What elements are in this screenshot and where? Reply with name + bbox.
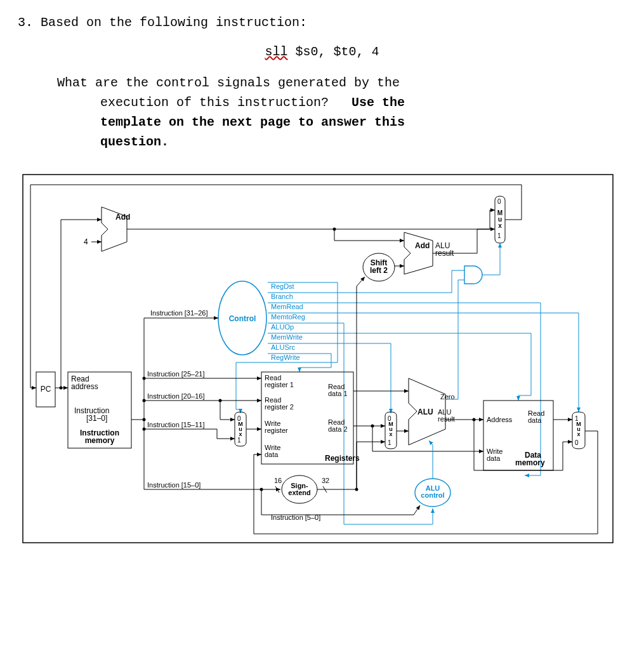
svg-text:Readdata 1: Readdata 1 xyxy=(328,383,348,397)
dmem-address: Address xyxy=(487,416,513,423)
svg-text:Mux: Mux xyxy=(497,209,503,229)
mnemonic-sll: sll xyxy=(265,44,287,59)
cs-memread: MemRead xyxy=(271,303,303,310)
svg-point-6 xyxy=(60,387,63,390)
sign32: 32 xyxy=(322,477,329,484)
pc-label: PC xyxy=(41,385,51,394)
svg-rect-0 xyxy=(23,175,613,543)
field-15-0: Instruction [15–0] xyxy=(147,481,200,489)
field-31-26: Instruction [31–26] xyxy=(150,309,208,317)
shift-left-label: Shiftleft 2 xyxy=(370,258,388,275)
svg-text:Writedata: Writedata xyxy=(487,448,503,462)
cs-alusrc: ALUSrc xyxy=(271,343,295,351)
svg-text:Readregister 1: Readregister 1 xyxy=(265,374,294,388)
instr-31-0: Instruction[31–0] xyxy=(74,406,109,423)
instr-mem-label: Instructionmemory xyxy=(80,428,119,445)
field-20-16: Instruction [20–16] xyxy=(147,392,205,400)
svg-text:Mux: Mux xyxy=(388,421,393,437)
svg-line-104 xyxy=(414,505,420,515)
memtoreg-mux-0: 0 xyxy=(575,439,579,446)
para-line1: What are the control signals generated b… xyxy=(57,76,400,90)
para-line2: execution of this instruction? xyxy=(100,95,329,110)
svg-text:ALUcontrol: ALUcontrol xyxy=(421,484,444,499)
question-paragraph: What are the control signals generated b… xyxy=(57,73,607,152)
control-label: Control xyxy=(229,314,256,323)
field-15-11: Instruction [15–11] xyxy=(147,421,205,428)
field-25-21: Instruction [25–21] xyxy=(147,370,205,378)
add-right: Add xyxy=(415,241,430,250)
question-header: 3. Based on the following instruction: xyxy=(18,13,626,33)
question-prompt: Based on the following instruction: xyxy=(41,15,307,30)
pcsrc-mux-0: 0 xyxy=(497,198,501,205)
svg-point-67 xyxy=(143,418,146,421)
para-line4: question. xyxy=(100,135,169,149)
svg-line-127 xyxy=(429,441,433,445)
svg-text:Datamemory: Datamemory xyxy=(515,451,545,467)
svg-text:Readdata: Readdata xyxy=(528,409,544,424)
instruction-code: sll $s0, $t0, 4 xyxy=(18,44,626,59)
svg-text:Writedata: Writedata xyxy=(265,444,280,458)
svg-text:Writeregister: Writeregister xyxy=(265,420,288,434)
pcsrc-mux-1: 1 xyxy=(497,232,501,239)
svg-text:Mux: Mux xyxy=(576,421,581,437)
para-line3: template on the next page to answer this xyxy=(100,115,405,129)
svg-text:Readdata 2: Readdata 2 xyxy=(328,418,348,433)
svg-point-102 xyxy=(260,488,263,491)
cs-branch: Branch xyxy=(271,293,293,300)
svg-text:Mux: Mux xyxy=(238,421,243,437)
alu-result-top: ALUresult xyxy=(435,241,454,258)
question-number: 3. xyxy=(18,15,33,30)
cs-aluop: ALUOp xyxy=(271,323,294,331)
cs-memwrite: MemWrite xyxy=(271,333,303,341)
datapath-diagram: PC Readaddress Instruction[31–0] Instruc… xyxy=(20,172,617,547)
read-addr: Readaddress xyxy=(71,375,98,391)
svg-line-100 xyxy=(357,277,365,286)
cs-memtoreg: MemtoReg xyxy=(271,313,305,321)
alu-label: ALU xyxy=(417,408,433,416)
instruction-args: $s0, $t0, 4 xyxy=(296,44,379,59)
alusrc-mux-1: 1 xyxy=(388,439,391,446)
svg-text:Readregister 2: Readregister 2 xyxy=(265,396,294,411)
svg-text:Sign-extend: Sign-extend xyxy=(288,482,310,496)
registers-label: Registers xyxy=(325,454,360,463)
cs-regwrite: RegWrite xyxy=(271,354,300,361)
para-line2b: Use the xyxy=(352,95,405,110)
add-left: Add xyxy=(115,213,130,222)
four-label: 4 xyxy=(84,237,88,246)
svg-text:ALUresult: ALUresult xyxy=(438,408,455,423)
sign16: 16 xyxy=(274,477,282,484)
regdst-mux-1: 1 xyxy=(237,437,241,444)
cs-regdst: RegDst xyxy=(271,282,294,290)
